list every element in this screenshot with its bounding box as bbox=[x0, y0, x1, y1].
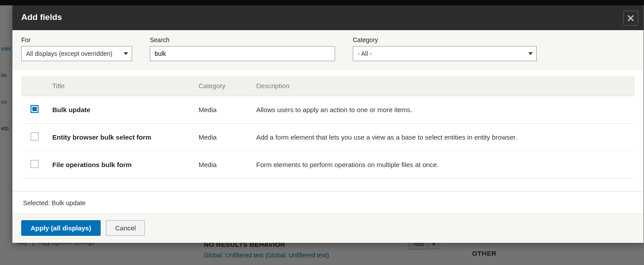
col-title[interactable]: Title bbox=[48, 76, 194, 96]
fields-table: Title Category Description Bulk update M… bbox=[21, 76, 635, 179]
row-description: Add a form element that lets you use a v… bbox=[252, 124, 635, 151]
close-icon bbox=[627, 15, 634, 22]
cancel-button[interactable]: Cancel bbox=[106, 220, 145, 236]
row-category: Media bbox=[194, 124, 252, 151]
filter-bar: For All displays (except overridden) Sea… bbox=[12, 30, 644, 70]
table-header-row: Title Category Description bbox=[21, 76, 635, 96]
search-label: Search bbox=[150, 36, 335, 43]
chevron-down-icon bbox=[528, 52, 533, 55]
row-description: Form elements to perform operations on m… bbox=[252, 151, 635, 179]
table-row[interactable]: Bulk update Media Allows users to apply … bbox=[21, 96, 635, 124]
row-checkbox[interactable] bbox=[31, 105, 39, 113]
search-filter-group: Search bbox=[150, 36, 335, 61]
add-fields-dialog: Add fields For All displays (except over… bbox=[12, 5, 644, 243]
dialog-footer: Apply (all displays) Cancel bbox=[12, 214, 644, 243]
category-filter-group: Category - All - bbox=[353, 36, 537, 61]
category-label: Category bbox=[353, 36, 537, 43]
for-filter-group: For All displays (except overridden) bbox=[21, 36, 132, 61]
col-description[interactable]: Description bbox=[252, 76, 635, 96]
row-category: Media bbox=[194, 96, 252, 124]
category-select-value: - All - bbox=[358, 50, 372, 57]
row-title: File operations bulk form bbox=[48, 151, 194, 179]
col-category[interactable]: Category bbox=[194, 76, 252, 96]
dialog-header: Add fields bbox=[12, 5, 644, 30]
chevron-down-icon bbox=[124, 52, 128, 55]
search-input[interactable] bbox=[150, 46, 335, 61]
selected-summary: Selected: Bulk update bbox=[12, 191, 644, 214]
row-description: Allows users to apply an action to one o… bbox=[252, 96, 635, 124]
row-title: Entity browser bulk select form bbox=[48, 124, 194, 151]
category-select[interactable]: - All - bbox=[353, 46, 537, 61]
close-button[interactable] bbox=[623, 11, 638, 26]
table-row[interactable]: File operations bulk form Media Form ele… bbox=[21, 151, 635, 179]
row-checkbox[interactable] bbox=[31, 132, 39, 140]
table-row[interactable]: Entity browser bulk select form Media Ad… bbox=[21, 124, 635, 151]
for-select[interactable]: All displays (except overridden) bbox=[21, 46, 132, 61]
row-title: Bulk update bbox=[48, 96, 194, 124]
row-checkbox[interactable] bbox=[31, 160, 39, 168]
col-checkbox bbox=[21, 76, 48, 96]
selected-value: Bulk update bbox=[52, 199, 86, 207]
for-label: For bbox=[21, 36, 132, 43]
apply-button[interactable]: Apply (all displays) bbox=[21, 220, 101, 236]
dialog-title: Add fields bbox=[21, 12, 635, 22]
selected-label: Selected: bbox=[23, 199, 50, 207]
row-category: Media bbox=[194, 151, 252, 179]
for-select-value: All displays (except overridden) bbox=[26, 50, 113, 57]
fields-table-wrap: Title Category Description Bulk update M… bbox=[12, 76, 644, 179]
